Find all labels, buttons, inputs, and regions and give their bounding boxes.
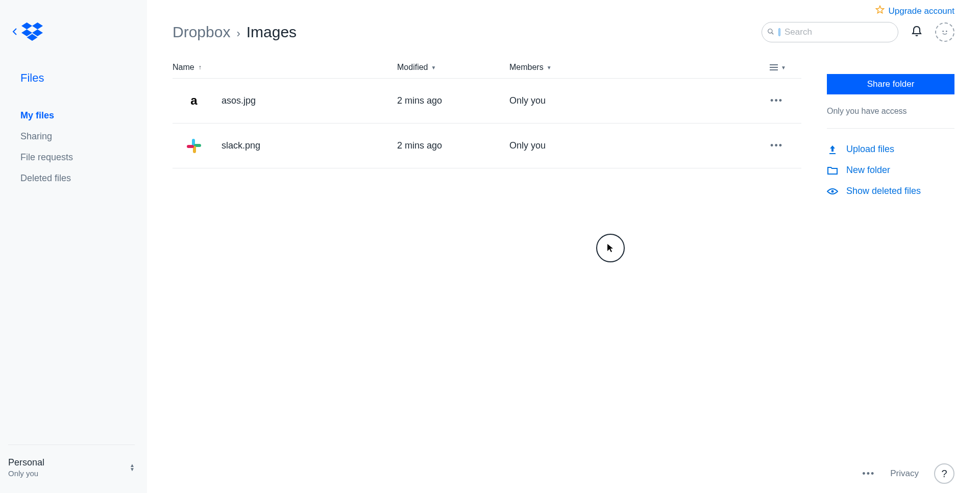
file-members: Only you xyxy=(509,95,591,106)
file-members: Only you xyxy=(509,140,591,151)
back-arrow-icon[interactable] xyxy=(12,28,17,38)
file-thumbnail-slack xyxy=(185,137,203,155)
action-label: Show deleted files xyxy=(846,186,921,196)
folder-scope-icon[interactable] xyxy=(778,28,780,36)
column-header-modified[interactable]: Modified ▼ xyxy=(397,63,509,72)
svg-point-3 xyxy=(946,31,947,32)
row-more-icon[interactable]: ••• xyxy=(770,95,801,106)
view-mode-toggle[interactable]: ▼ xyxy=(770,64,801,71)
sidebar-item-my-files[interactable]: My files xyxy=(0,105,147,126)
eye-icon xyxy=(827,188,838,195)
upload-files-action[interactable]: Upload files xyxy=(827,139,954,160)
column-header-members[interactable]: Members ▼ xyxy=(509,63,591,72)
breadcrumb: Dropbox › Images xyxy=(173,23,297,41)
sidebar-item-file-requests[interactable]: File requests xyxy=(0,147,147,168)
svg-point-2 xyxy=(942,31,944,32)
column-header-modified-label: Modified xyxy=(397,63,428,72)
file-table: Name ↑ Modified ▼ Members ▼ ▼ xyxy=(173,63,801,202)
sidebar: Files My files Sharing File requests Del… xyxy=(0,0,147,493)
file-modified: 2 mins ago xyxy=(397,140,509,151)
main-content: Upgrade account Dropbox › Images xyxy=(147,0,980,493)
cursor-indicator xyxy=(596,234,625,262)
sidebar-item-deleted-files[interactable]: Deleted files xyxy=(0,168,147,189)
account-sub: Only you xyxy=(8,469,44,478)
account-switcher[interactable]: Personal Only you ▲▼ xyxy=(8,445,135,493)
upload-icon xyxy=(827,144,838,155)
svg-point-0 xyxy=(768,29,772,33)
show-deleted-action[interactable]: Show deleted files xyxy=(827,181,954,202)
avatar[interactable] xyxy=(935,22,954,42)
breadcrumb-root[interactable]: Dropbox xyxy=(173,23,230,41)
nav-heading[interactable]: Files xyxy=(0,71,147,85)
sort-asc-icon: ↑ xyxy=(199,64,202,71)
star-icon xyxy=(875,5,885,17)
svg-text:a: a xyxy=(190,93,198,107)
updown-icon: ▲▼ xyxy=(130,463,135,472)
dropbox-logo-icon[interactable] xyxy=(21,22,43,43)
bell-icon[interactable] xyxy=(911,25,923,39)
file-name: slack.png xyxy=(222,140,260,151)
action-label: Upload files xyxy=(846,144,894,155)
footer-more-icon[interactable]: ••• xyxy=(862,469,875,479)
access-text: Only you have access xyxy=(827,107,954,129)
column-header-name[interactable]: Name ↑ xyxy=(173,63,397,72)
share-folder-button[interactable]: Share folder xyxy=(827,74,954,94)
new-folder-action[interactable]: New folder xyxy=(827,160,954,181)
caret-down-icon: ▼ xyxy=(781,65,786,70)
file-modified: 2 mins ago xyxy=(397,95,509,106)
file-thumbnail-asos: a xyxy=(185,92,203,110)
sidebar-item-sharing[interactable]: Sharing xyxy=(0,126,147,147)
help-button[interactable]: ? xyxy=(934,463,954,484)
folder-icon xyxy=(827,166,838,175)
svg-point-14 xyxy=(831,190,834,192)
account-name: Personal xyxy=(8,457,44,468)
nav-list: My files Sharing File requests Deleted f… xyxy=(0,105,147,189)
svg-line-1 xyxy=(772,32,774,34)
table-row[interactable]: a asos.jpg 2 mins ago Only you ••• xyxy=(173,79,801,124)
search-box[interactable] xyxy=(762,22,898,42)
chevron-right-icon: › xyxy=(236,27,240,40)
caret-down-icon: ▼ xyxy=(547,65,552,70)
caret-down-icon: ▼ xyxy=(431,65,436,70)
privacy-link[interactable]: Privacy xyxy=(890,469,919,479)
search-icon xyxy=(767,28,774,37)
file-name: asos.jpg xyxy=(222,95,256,106)
action-label: New folder xyxy=(846,165,890,176)
svg-rect-12 xyxy=(187,145,194,148)
column-header-members-label: Members xyxy=(509,63,544,72)
upgrade-account-link[interactable]: Upgrade account xyxy=(889,6,954,16)
row-more-icon[interactable]: ••• xyxy=(770,140,801,151)
table-row[interactable]: slack.png 2 mins ago Only you ••• xyxy=(173,124,801,168)
side-panel: Share folder Only you have access Upload… xyxy=(827,63,954,202)
column-header-name-label: Name xyxy=(173,63,194,72)
search-input[interactable] xyxy=(785,27,893,37)
breadcrumb-current: Images xyxy=(247,23,297,41)
